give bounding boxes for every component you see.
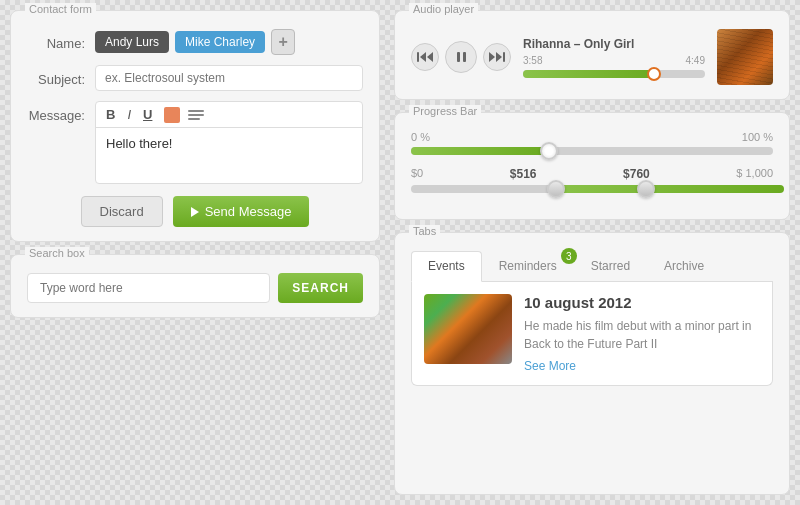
bold-button[interactable]: B [102, 106, 119, 123]
search-box-panel: Search box SEARCH [10, 254, 380, 318]
contact-form-panel: Contact form Name: Andy Lurs Mike Charle… [10, 10, 380, 242]
message-row: Message: B I U Hello there! [27, 101, 363, 184]
name-tag-andy[interactable]: Andy Lurs [95, 31, 169, 53]
time-total: 4:49 [686, 55, 705, 66]
event-info: 10 august 2012 He made his film debut wi… [524, 294, 760, 373]
subject-field [95, 65, 363, 91]
tabs-nav: Events Reminders 3 Starred Archive [411, 251, 773, 282]
audio-times: 3:58 4:49 [523, 55, 705, 66]
italic-button[interactable]: I [123, 106, 135, 123]
message-content[interactable]: Hello there! [96, 128, 362, 183]
slider-min-label: 0 % [411, 131, 430, 143]
see-more-link[interactable]: See More [524, 359, 760, 373]
rewind-button[interactable] [411, 43, 439, 71]
name-tags: Andy Lurs Mike Charley + [95, 29, 363, 55]
audio-progress-fill [523, 70, 654, 78]
audio-info: Rihanna – Only Girl 3:58 4:49 [523, 37, 705, 78]
tab-content: 10 august 2012 He made his film debut wi… [411, 282, 773, 386]
art-texture [424, 294, 512, 364]
discard-button[interactable]: Discard [81, 196, 163, 227]
subject-input[interactable] [95, 65, 363, 91]
audio-player-panel: Audio player [394, 10, 790, 100]
slider-max-label: 100 % [742, 131, 773, 143]
progress-bar-label: Progress Bar [409, 105, 481, 117]
subject-label: Subject: [27, 65, 95, 87]
audio-progress-bar[interactable] [523, 70, 705, 78]
form-actions: Discard Send Message [27, 196, 363, 227]
search-box-label: Search box [25, 247, 89, 259]
search-input[interactable] [27, 273, 270, 303]
range-slider-thumb-left[interactable] [547, 180, 565, 198]
search-row: SEARCH [27, 273, 363, 303]
audio-progress-thumb[interactable] [647, 67, 661, 81]
color-picker[interactable] [164, 107, 180, 123]
name-tag-mike[interactable]: Mike Charley [175, 31, 265, 53]
range-slider-fill [549, 185, 784, 193]
slider-labels: 0 % 100 % [411, 131, 773, 143]
align-icon[interactable] [188, 109, 204, 121]
audio-title: Rihanna – Only Girl [523, 37, 705, 51]
message-editor: B I U Hello there! [95, 101, 363, 184]
add-name-button[interactable]: + [271, 29, 295, 55]
range-slider-track[interactable] [411, 185, 773, 193]
wood-texture [717, 29, 773, 85]
range-labels: $0 $516 $760 $ 1,000 [411, 167, 773, 181]
single-slider-thumb[interactable] [540, 142, 558, 160]
slider-row: 0 % 100 % [411, 131, 773, 155]
subject-row: Subject: [27, 65, 363, 91]
event-desc: He made his film debut with a minor part… [524, 317, 760, 353]
progress-bar-panel: Progress Bar 0 % 100 % $0 $516 $760 $ 1,… [394, 112, 790, 220]
underline-button[interactable]: U [139, 106, 156, 123]
range-min: $0 [411, 167, 423, 181]
tab-reminders[interactable]: Reminders 3 [482, 251, 574, 281]
audio-content: Rihanna – Only Girl 3:58 4:49 [411, 29, 773, 85]
contact-form-label: Contact form [25, 3, 96, 15]
forward-button[interactable] [483, 43, 511, 71]
pause-icon [457, 52, 466, 62]
message-label: Message: [27, 101, 95, 123]
name-field: Andy Lurs Mike Charley + [95, 29, 363, 55]
range-slider-thumb-right[interactable] [637, 180, 655, 198]
single-slider-track[interactable] [411, 147, 773, 155]
range-slider-row: $0 $516 $760 $ 1,000 [411, 167, 773, 193]
pause-button[interactable] [445, 41, 477, 73]
range-max: $ 1,000 [736, 167, 773, 181]
tab-starred[interactable]: Starred [574, 251, 647, 281]
name-label: Name: [27, 29, 95, 51]
message-field: B I U Hello there! [95, 101, 363, 184]
name-row: Name: Andy Lurs Mike Charley + [27, 29, 363, 55]
send-button[interactable]: Send Message [173, 196, 310, 227]
send-icon [191, 207, 199, 217]
search-button[interactable]: SEARCH [278, 273, 363, 303]
single-slider-fill [411, 147, 549, 155]
rewind-icon [417, 52, 433, 62]
audio-thumbnail [717, 29, 773, 85]
audio-controls [411, 41, 511, 73]
tab-archive[interactable]: Archive [647, 251, 721, 281]
tabs-panel: Tabs Events Reminders 3 Starred Archive … [394, 232, 790, 495]
time-elapsed: 3:58 [523, 55, 542, 66]
event-date: 10 august 2012 [524, 294, 760, 311]
tab-events[interactable]: Events [411, 251, 482, 282]
event-image [424, 294, 512, 364]
audio-player-label: Audio player [409, 3, 478, 15]
forward-icon [489, 52, 505, 62]
range-val2: $760 [623, 167, 650, 181]
tabs-label: Tabs [409, 225, 440, 237]
editor-toolbar: B I U [96, 102, 362, 128]
range-val1: $516 [510, 167, 537, 181]
